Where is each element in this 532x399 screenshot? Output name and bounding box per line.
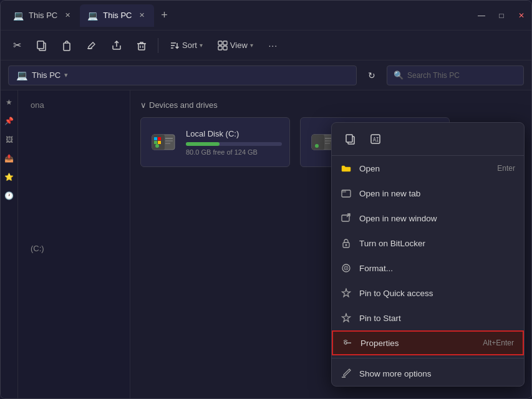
cm-more-options-label: Show more options bbox=[359, 369, 515, 378]
cm-bitlocker-icon bbox=[341, 238, 352, 249]
cm-pin-quick-icon bbox=[341, 287, 352, 299]
cm-open-window-item[interactable]: Open in new window bbox=[332, 206, 524, 231]
cm-open-icon bbox=[341, 163, 352, 174]
cm-format-icon bbox=[341, 262, 352, 274]
cm-open-window-icon bbox=[341, 213, 352, 224]
cm-divider bbox=[332, 358, 524, 358]
cm-more-options-icon bbox=[341, 368, 352, 379]
cm-pin-start-icon bbox=[341, 312, 352, 324]
cm-properties-item[interactable]: Properties Alt+Enter bbox=[332, 330, 524, 355]
context-menu-top-icons: AI bbox=[332, 123, 524, 156]
svg-point-43 bbox=[344, 342, 347, 344]
cm-open-label: Open bbox=[359, 164, 490, 173]
cm-properties-shortcut: Alt+Enter bbox=[483, 339, 514, 347]
svg-rect-35 bbox=[342, 190, 346, 193]
cm-open-tab-label: Open in new tab bbox=[359, 189, 515, 198]
cm-format-item[interactable]: Format... bbox=[332, 256, 524, 281]
svg-point-42 bbox=[346, 267, 347, 269]
cm-format-label: Format... bbox=[359, 264, 515, 273]
cm-pin-quick-label: Pin to Quick access bbox=[359, 289, 515, 298]
svg-text:AI: AI bbox=[373, 137, 379, 143]
cm-open-shortcut: Enter bbox=[497, 164, 515, 173]
cm-open-item[interactable]: Open Enter bbox=[332, 156, 524, 181]
file-explorer-window: 💻 This PC ✕ 💻 This PC ✕ + — □ ✕ ✂ bbox=[0, 0, 532, 399]
svg-point-39 bbox=[346, 244, 347, 246]
cm-pin-start-item[interactable]: Pin to Start bbox=[332, 305, 524, 330]
svg-rect-31 bbox=[346, 135, 352, 142]
cm-ai-btn[interactable]: AI bbox=[364, 128, 387, 150]
cm-copy-btn[interactable] bbox=[339, 128, 362, 150]
cm-open-tab-item[interactable]: Open in new tab bbox=[332, 181, 524, 206]
cm-open-tab-icon bbox=[341, 188, 352, 199]
cm-bitlocker-label: Turn on BitLocker bbox=[359, 239, 515, 248]
cm-properties-label: Properties bbox=[360, 339, 475, 348]
cm-properties-icon bbox=[342, 337, 353, 349]
cm-bitlocker-item[interactable]: Turn on BitLocker bbox=[332, 231, 524, 256]
context-menu: AI Open Enter bbox=[331, 122, 525, 387]
cm-pin-start-label: Pin to Start bbox=[359, 314, 515, 323]
context-menu-overlay: AI Open Enter bbox=[1, 1, 531, 398]
cm-open-window-label: Open in new window bbox=[359, 214, 515, 223]
cm-more-options-item[interactable]: Show more options bbox=[332, 361, 524, 386]
cm-pin-quick-item[interactable]: Pin to Quick access bbox=[332, 281, 524, 305]
